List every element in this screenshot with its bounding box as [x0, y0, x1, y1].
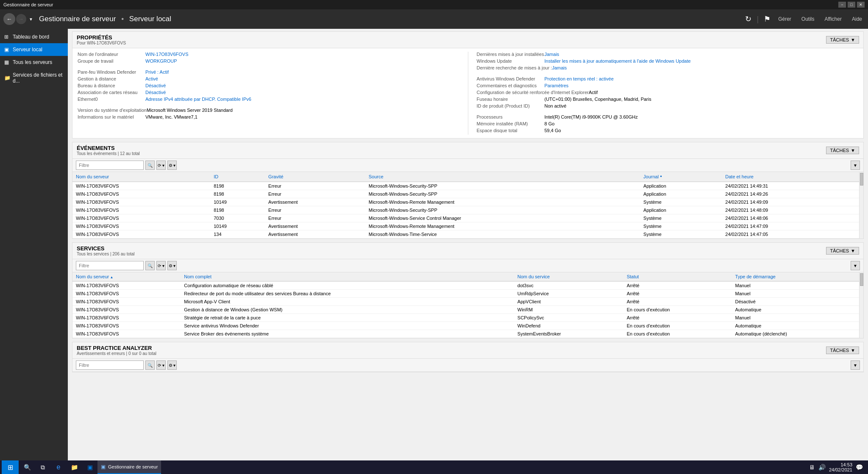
services-tasks-button[interactable]: TÂCHES ▼ — [826, 247, 859, 255]
prop-value-last-check[interactable]: Jamais — [552, 65, 567, 70]
events-col-source[interactable]: Source — [365, 172, 640, 182]
table-row[interactable]: WIN-17O83V6FOVS Service Broker des événe… — [72, 330, 859, 338]
events-col-severity[interactable]: Gravité — [265, 172, 365, 182]
server-manager-taskbar-app[interactable]: ▣ Gestionnaire de serveur — [97, 460, 161, 474]
gerer-button[interactable]: Gérer — [776, 14, 794, 24]
service-fullname: Stratégie de retrait de la carte à puce — [181, 314, 514, 322]
minimize-button[interactable]: − — [838, 2, 846, 8]
nav-back-button[interactable]: ← — [3, 13, 15, 25]
services-collapse-button[interactable]: ▼ — [851, 261, 860, 270]
table-row[interactable]: WIN-17O83V6FOVS Microsoft App-V Client A… — [72, 298, 859, 306]
bpa-search-button[interactable]: 🔍 — [145, 360, 155, 370]
bpa-filter-input[interactable] — [76, 360, 144, 370]
events-col-id[interactable]: ID — [210, 172, 265, 182]
table-row[interactable]: WIN-17O83V6FOVS 10149 Avertissement Micr… — [72, 198, 859, 206]
services-col-server[interactable]: Nom du serveur — [72, 272, 181, 281]
service-status: Arrêté — [623, 314, 732, 322]
services-filter-input[interactable] — [76, 261, 144, 270]
services-search-button[interactable]: 🔍 — [145, 261, 155, 270]
sidebar-item-serveur-local[interactable]: ▣ Serveur local — [0, 43, 68, 56]
taskbar-icons: 🔍 ⧉ e 📁 ▣ — [19, 460, 97, 474]
search-taskbar-icon[interactable]: 🔍 — [19, 460, 35, 474]
sidebar-item-tableau-de-bord[interactable]: ⊞ Tableau de bord — [0, 30, 68, 43]
prop-value-windows-update[interactable]: Installer les mises à jour automatiqueme… — [545, 58, 691, 64]
events-scrollbar[interactable] — [859, 172, 863, 238]
table-row[interactable]: WIN-17O83V6FOVS 8198 Erreur Microsoft-Wi… — [72, 206, 859, 214]
event-id: 8198 — [210, 206, 265, 214]
outils-button[interactable]: Outils — [799, 14, 817, 24]
events-search-button[interactable]: 🔍 — [145, 161, 155, 170]
services-col-startup[interactable]: Type de démarrage — [732, 272, 859, 281]
services-col-servicename[interactable]: Nom du service — [514, 272, 623, 281]
event-date: 24/02/2021 14:49:31 — [722, 182, 859, 190]
service-name: WinRM — [514, 306, 623, 314]
explorer-icon[interactable]: 📁 — [67, 460, 82, 474]
events-filter-input[interactable] — [76, 161, 144, 170]
prop-value-remote-desktop[interactable]: Désactivé — [145, 83, 166, 88]
task-view-icon[interactable]: ⧉ — [35, 460, 50, 474]
event-server: WIN-17O83V6FOVS — [72, 190, 210, 198]
table-row[interactable]: WIN-17O83V6FOVS Configuration automatiqu… — [72, 281, 859, 290]
bpa-title: BEST PRACTICE ANALYZER — [77, 345, 156, 351]
events-col-date[interactable]: Date et heure — [722, 172, 859, 182]
events-col-journal[interactable]: Journal — [640, 172, 722, 182]
services-scrollbar[interactable] — [859, 272, 863, 338]
nav-forward-button[interactable]: → — [16, 14, 26, 24]
prop-value-firewall[interactable]: Privé : Actif — [145, 69, 169, 75]
start-button[interactable]: ⊞ — [2, 460, 19, 474]
table-row[interactable]: WIN-17O83V6FOVS 134 Avertissement Micros… — [72, 230, 859, 238]
flag-icon[interactable]: ⚑ — [764, 14, 771, 24]
service-name: AppVClient — [514, 298, 623, 306]
services-col-fullname[interactable]: Nom complet — [181, 272, 514, 281]
prop-value-feedback[interactable]: Paramètres — [545, 83, 569, 88]
volume-icon[interactable]: 🔊 — [818, 464, 826, 471]
table-row[interactable]: WIN-17O83V6FOVS Redirecteur de port du m… — [72, 290, 859, 298]
prop-value-antivirus[interactable]: Protection en temps réel : activée — [545, 76, 614, 81]
bpa-collapse-button[interactable]: ▼ — [851, 360, 860, 370]
bpa-refresh-button[interactable]: ⟳ ▾ — [156, 360, 166, 370]
services-col-status[interactable]: Statut — [623, 272, 732, 281]
bpa-tasks-button[interactable]: TÂCHES ▼ — [826, 346, 859, 354]
service-name: SCPolicySvc — [514, 314, 623, 322]
prop-value-last-updates[interactable]: Jamais — [545, 52, 559, 57]
services-options-button[interactable]: ⚙ ▾ — [167, 261, 177, 270]
events-scrollbar-thumb[interactable] — [860, 173, 863, 186]
server-manager-taskbar-icon[interactable]: ▣ — [82, 460, 97, 474]
network-icon[interactable]: 🖥 — [809, 464, 815, 471]
table-row[interactable]: WIN-17O83V6FOVS 10149 Avertissement Micr… — [72, 222, 859, 230]
aide-button[interactable]: Aide — [849, 14, 865, 24]
edge-icon[interactable]: e — [51, 460, 66, 474]
table-row[interactable]: WIN-17O83V6FOVS 7030 Erreur Microsoft-Wi… — [72, 214, 859, 222]
properties-tasks-button[interactable]: TÂCHES ▼ — [826, 36, 859, 44]
notification-icon[interactable]: 💬 — [856, 464, 863, 471]
table-row[interactable]: WIN-17O83V6FOVS 8198 Erreur Microsoft-Wi… — [72, 182, 859, 190]
maximize-button[interactable]: □ — [848, 2, 855, 8]
table-row[interactable]: WIN-17O83V6FOVS Gestion à distance de Wi… — [72, 306, 859, 314]
events-col-server[interactable]: Nom du serveur — [72, 172, 210, 182]
close-button[interactable]: ✕ — [857, 2, 865, 8]
table-row[interactable]: WIN-17O83V6FOVS 8198 Erreur Microsoft-Wi… — [72, 190, 859, 198]
prop-value-workgroup[interactable]: WORKGROUP — [145, 58, 177, 64]
sidebar-item-tous-serveurs[interactable]: ▦ Tous les serveurs — [0, 56, 68, 69]
prop-value-nic-teaming[interactable]: Désactivé — [145, 90, 166, 95]
props-divider — [468, 52, 468, 135]
taskbar-clock[interactable]: 14:53 24/02/2021 — [829, 462, 852, 472]
events-refresh-button[interactable]: ⟳ ▾ — [156, 161, 166, 170]
services-refresh-button[interactable]: ⟳ ▾ — [156, 261, 166, 270]
nav-dropdown-button[interactable]: ▼ — [28, 14, 34, 24]
events-collapse-button[interactable]: ▼ — [851, 161, 860, 170]
services-scrollbar-thumb[interactable] — [860, 273, 863, 286]
events-tasks-button[interactable]: TÂCHES ▼ — [826, 147, 859, 154]
table-row[interactable]: WIN-17O83V6FOVS Service antivirus Window… — [72, 322, 859, 330]
refresh-icon[interactable]: ↻ — [745, 14, 751, 24]
events-options-button[interactable]: ⚙ ▾ — [167, 161, 177, 170]
prop-value-computer-name[interactable]: WIN-17O83V6FOVS — [145, 52, 188, 57]
prop-last-updates: Dernières mises à jour installées Jamais — [477, 52, 859, 57]
sidebar-item-services-fichiers[interactable]: 📁 Services de fichiers et d... — [0, 69, 68, 87]
event-date: 24/02/2021 14:49:26 — [722, 190, 859, 198]
prop-value-remote-mgmt[interactable]: Activé — [145, 76, 158, 81]
bpa-options-button[interactable]: ⚙ ▾ — [167, 360, 177, 370]
table-row[interactable]: WIN-17O83V6FOVS Stratégie de retrait de … — [72, 314, 859, 322]
afficher-button[interactable]: Afficher — [822, 14, 844, 24]
prop-value-ethernet[interactable]: Adresse IPv4 attribuée par DHCP. Compati… — [145, 97, 251, 102]
